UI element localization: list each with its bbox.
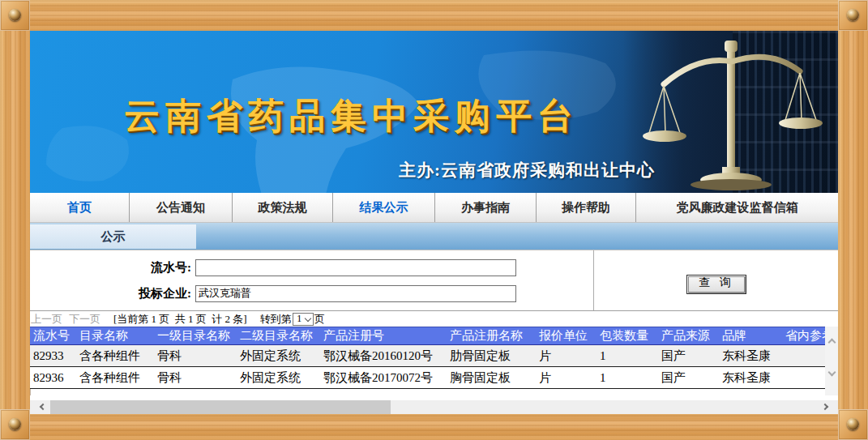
dropdown-arrow-icon <box>304 314 310 321</box>
main-navigation: 首页 公告通知 政策法规 结果公示 办事指南 操作帮助 党风廉政建设监督信箱 <box>30 193 838 223</box>
table-cell: 片 <box>536 370 596 386</box>
column-header: 目录名称 <box>76 328 154 344</box>
table-cell: 含各种组件 <box>76 370 154 386</box>
table-cell: 鄂汉械备20160120号 <box>320 348 447 364</box>
frame-plank-right <box>838 31 868 410</box>
column-header: 产品注册名称 <box>447 328 536 344</box>
scroll-left-icon[interactable] <box>40 404 46 410</box>
column-header: 流水号 <box>30 328 76 344</box>
sub-navigation: 公示 <box>30 223 838 250</box>
nav-item-guide[interactable]: 办事指南 <box>435 193 537 222</box>
column-header: 省内参考价 <box>782 328 825 344</box>
results-table: 流水号 目录名称 一级目录名称 二级目录名称 产品注册号 产品注册名称 报价单位… <box>30 327 838 395</box>
column-header: 产品注册号 <box>320 328 447 344</box>
site-subtitle: 主办:云南省政府采购和出让中心 <box>399 159 655 182</box>
next-page-link[interactable]: 下一页 <box>69 312 100 327</box>
goto-page-select[interactable]: 1 <box>293 313 314 326</box>
query-button[interactable]: 查 询 <box>686 275 746 294</box>
column-header: 品牌 <box>719 328 782 344</box>
nav-item-home[interactable]: 首页 <box>30 193 130 222</box>
horizontal-scrollbar[interactable] <box>30 400 838 414</box>
column-header: 包装数量 <box>596 328 658 344</box>
table-row: 82936 含各种组件 骨科 外固定系统 鄂汉械备20170072号 胸骨固定板… <box>30 367 825 389</box>
corner-knob-icon <box>9 418 21 430</box>
table-cell: 国产 <box>658 370 719 386</box>
scroll-right-icon[interactable] <box>822 404 828 410</box>
site-title: 云南省药品集中采购平台 <box>124 92 579 140</box>
bidding-company-input[interactable] <box>195 285 516 302</box>
pagination-summary: [当前第 1 页 共 1 页 计 2 条] <box>113 312 247 327</box>
serial-number-input[interactable] <box>195 259 516 276</box>
table-cell: 82936 <box>30 371 76 385</box>
column-header: 一级目录名称 <box>154 328 237 344</box>
banner-photo-panel <box>623 31 838 193</box>
frame-corner-bottom-left <box>0 409 30 440</box>
table-cell: 含各种组件 <box>76 348 154 364</box>
table-cell: 国产 <box>658 348 719 364</box>
corner-knob-icon <box>847 418 859 430</box>
prev-page-link[interactable]: 上一页 <box>31 312 62 327</box>
justice-scale-illustration <box>641 34 823 192</box>
column-header: 报价单位 <box>536 328 596 344</box>
serial-number-label: 流水号: <box>30 260 195 276</box>
table-cell: 东科圣康 <box>719 370 782 386</box>
table-cell: 骨科 <box>154 348 237 364</box>
table-cell: 外固定系统 <box>237 348 320 364</box>
nav-item-policies[interactable]: 政策法规 <box>233 193 333 222</box>
pagination-bar: 上一页 下一页 [当前第 1 页 共 1 页 计 2 条] 转到第 1 页 <box>30 311 838 327</box>
frame-plank-top <box>30 0 838 31</box>
scroll-down-icon[interactable] <box>827 369 836 377</box>
corner-knob-icon <box>9 9 21 21</box>
table-cell: 1 <box>596 349 658 363</box>
site-banner: 云南省药品集中采购平台 主办:云南省政府采购和出让中心 <box>30 31 838 193</box>
table-cell: 肋骨固定板 <box>447 348 536 364</box>
table-cell: 82933 <box>30 349 76 363</box>
frame-plank-bottom <box>30 410 838 440</box>
table-cell: 1 <box>596 371 658 385</box>
goto-page-value: 1 <box>293 313 306 325</box>
form-actions: 查 询 <box>594 250 838 310</box>
nav-item-results[interactable]: 结果公示 <box>333 193 435 222</box>
page-content: 云南省药品集中采购平台 主办:云南省政府采购和出让中心 首页 公告通知 政策法规… <box>30 31 838 410</box>
corner-knob-icon <box>847 9 859 21</box>
table-header-row: 流水号 目录名称 一级目录名称 二级目录名称 产品注册号 产品注册名称 报价单位… <box>30 327 825 345</box>
vertical-scrollbar[interactable] <box>825 327 838 395</box>
table-row: 82933 含各种组件 骨科 外固定系统 鄂汉械备20160120号 肋骨固定板… <box>30 345 825 367</box>
goto-page-suffix: 页 <box>314 312 325 327</box>
table-cell: 片 <box>536 348 596 364</box>
table-cell: 鄂汉械备20170072号 <box>320 370 447 386</box>
table-cell: 东科圣康 <box>719 348 782 364</box>
bidding-company-label: 投标企业: <box>30 286 195 301</box>
nav-item-supervision-mailbox[interactable]: 党风廉政建设监督信箱 <box>636 193 838 222</box>
table-cell: 外固定系统 <box>237 370 320 386</box>
frame-plank-left <box>0 31 30 410</box>
frame-corner-top-left <box>0 0 30 31</box>
table-cell: 骨科 <box>154 370 237 386</box>
nav-item-announcements[interactable]: 公告通知 <box>130 193 233 222</box>
subnav-tab-publicity[interactable]: 公示 <box>30 224 196 249</box>
column-header: 二级目录名称 <box>237 328 320 344</box>
goto-page-label: 转到第 <box>260 312 292 327</box>
frame-corner-bottom-right <box>838 409 868 440</box>
column-header: 产品来源 <box>658 328 719 344</box>
nav-item-help[interactable]: 操作帮助 <box>537 193 636 222</box>
form-fields: 流水号: 投标企业: <box>30 250 594 310</box>
horizontal-scroll-thumb[interactable] <box>50 400 391 414</box>
frame-corner-top-right <box>838 0 868 31</box>
query-form: 流水号: 投标企业: 查 询 <box>30 250 838 311</box>
scroll-up-icon[interactable] <box>827 339 836 347</box>
table-cell: 胸骨固定板 <box>447 370 536 386</box>
